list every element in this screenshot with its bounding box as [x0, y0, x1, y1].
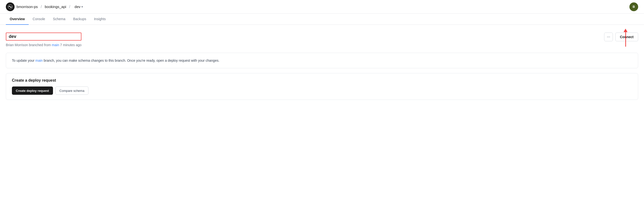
deploy-card-buttons: Create deploy request Compare schema: [12, 86, 632, 95]
breadcrumb-org[interactable]: bmorrison-ps: [16, 4, 38, 9]
compare-schema-button[interactable]: Compare schema: [56, 86, 89, 95]
branch-header: dev Brian Morrison branched from main 7 …: [6, 32, 638, 47]
tabs-bar: Overview Console Schema Backups Insights: [0, 14, 644, 25]
branch-meta: Brian Morrison branched from main 7 minu…: [6, 43, 82, 47]
nav-left: bmorrison-ps / bookings_api / dev ▾: [6, 2, 84, 11]
breadcrumb-sep-1: /: [41, 4, 42, 9]
branch-selector-label: dev: [74, 4, 80, 9]
main-content: dev Brian Morrison branched from main 7 …: [0, 25, 644, 108]
tab-schema[interactable]: Schema: [49, 14, 69, 25]
more-button[interactable]: ···: [604, 32, 613, 41]
top-nav: bmorrison-ps / bookings_api / dev ▾ B: [0, 0, 644, 14]
tab-insights[interactable]: Insights: [90, 14, 110, 25]
deploy-card: Create a deploy request Create deploy re…: [6, 73, 638, 100]
branch-actions: ··· Connect: [604, 32, 638, 41]
branch-meta-link[interactable]: main: [52, 43, 59, 47]
tab-console[interactable]: Console: [29, 14, 49, 25]
create-deploy-request-button[interactable]: Create deploy request: [12, 86, 53, 95]
branch-title-section: dev Brian Morrison branched from main 7 …: [6, 32, 82, 47]
logo[interactable]: [6, 2, 14, 11]
breadcrumb-sep-2: /: [69, 4, 70, 9]
tab-overview[interactable]: Overview: [6, 14, 29, 25]
info-link[interactable]: main: [36, 58, 43, 62]
avatar[interactable]: B: [630, 2, 638, 11]
arrow-head: [624, 29, 628, 32]
breadcrumb-repo[interactable]: bookings_api: [45, 4, 66, 9]
chevron-down-icon: ▾: [82, 5, 83, 8]
info-card: To update your main branch, you can make…: [6, 53, 638, 68]
deploy-card-title: Create a deploy request: [12, 78, 632, 82]
branch-title: dev: [6, 32, 82, 40]
branch-selector[interactable]: dev ▾: [73, 4, 84, 10]
connect-button[interactable]: Connect: [615, 32, 638, 41]
tab-backups[interactable]: Backups: [69, 14, 90, 25]
